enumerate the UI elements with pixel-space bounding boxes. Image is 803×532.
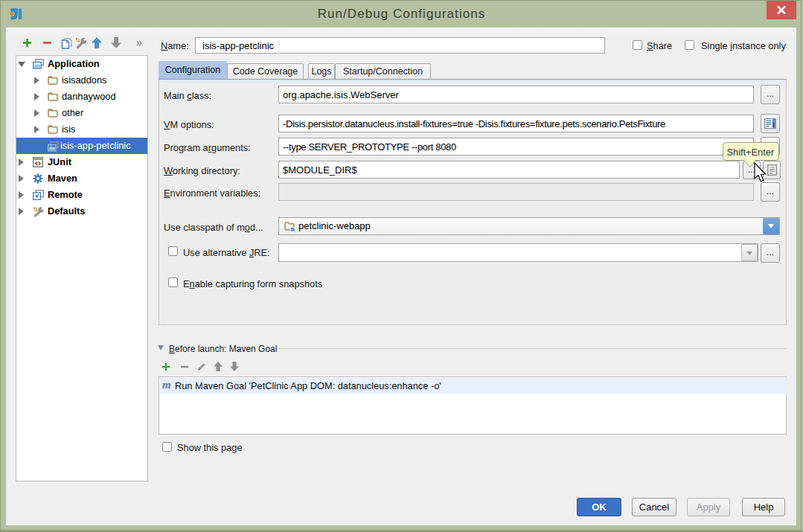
svg-text:Shift+Enter: Shift+Enter: [727, 147, 775, 158]
